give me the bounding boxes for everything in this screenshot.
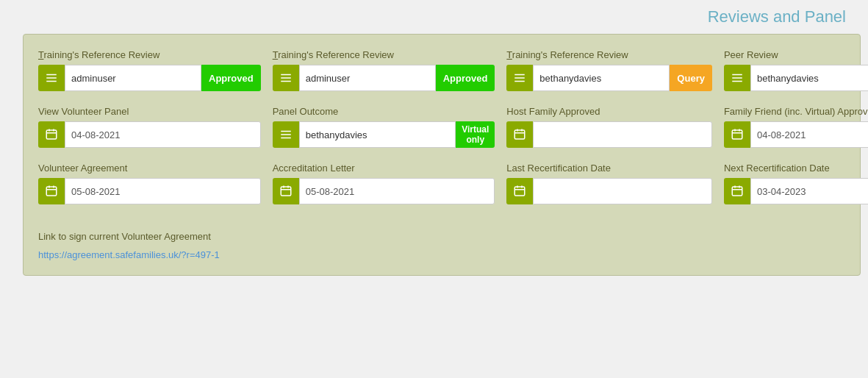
- list-icon: [731, 71, 744, 85]
- peer-review-icon-btn[interactable]: [724, 65, 750, 91]
- calendar-icon: [513, 185, 526, 198]
- svg-rect-2: [46, 81, 57, 82]
- svg-rect-23: [732, 130, 742, 139]
- view-volunteer-panel-input-row: [38, 121, 261, 148]
- training-ref-review-2-status-btn[interactable]: Approved: [436, 65, 495, 91]
- family-friend-approved-label: Family Friend (inc. Virtual) Approved: [724, 106, 868, 117]
- host-family-approved: Host Family Approved: [506, 106, 712, 148]
- family-friend-approved-date-input[interactable]: [750, 121, 868, 148]
- accreditation-letter: Accreditation Letter: [273, 163, 495, 204]
- accreditation-letter-input-row: [273, 178, 495, 204]
- panel-outcome-label: Panel Outcome: [273, 106, 495, 117]
- svg-rect-6: [515, 74, 526, 76]
- svg-rect-35: [515, 187, 526, 196]
- panel-outcome-user-input[interactable]: [299, 121, 456, 148]
- panel-outcome: Panel Outcome Virtualonly: [273, 106, 495, 148]
- volunteer-agreement-link[interactable]: https://agreement.safefamilies.uk/?r=497…: [38, 249, 868, 260]
- svg-rect-16: [281, 131, 291, 132]
- next-recert-date: Next Recertification Date: [724, 163, 868, 204]
- training-ref-review-3-status-btn[interactable]: Query: [670, 65, 712, 91]
- svg-rect-5: [281, 81, 291, 82]
- training-ref-review-2: Training's Reference Review Approved: [273, 49, 495, 91]
- svg-rect-11: [732, 81, 742, 82]
- training-ref-review-1-input-row: Approved: [38, 65, 261, 91]
- training-ref-review-3-user-input[interactable]: [533, 65, 670, 91]
- peer-review-user-input[interactable]: [750, 65, 868, 91]
- panel-outcome-icon-btn[interactable]: [273, 121, 299, 148]
- calendar-icon: [731, 128, 744, 141]
- training-ref-review-1-label: Training's Reference Review: [38, 49, 261, 60]
- family-friend-approved-icon-btn[interactable]: [724, 121, 750, 148]
- svg-rect-31: [281, 187, 291, 196]
- svg-rect-39: [732, 187, 742, 196]
- panel-outcome-input-row: Virtualonly: [273, 121, 495, 148]
- svg-rect-17: [281, 134, 291, 135]
- list-icon: [45, 71, 58, 85]
- host-family-approved-label: Host Family Approved: [506, 106, 712, 117]
- volunteer-agreement-label: Volunteer Agreement: [38, 163, 261, 174]
- family-friend-approved-input-row: [724, 121, 868, 148]
- calendar-icon: [731, 185, 744, 198]
- svg-rect-0: [46, 74, 57, 76]
- volunteer-agreement-date-input[interactable]: [65, 178, 261, 204]
- host-family-approved-icon-btn[interactable]: [506, 121, 533, 148]
- next-recert-date-icon-btn[interactable]: [724, 178, 750, 204]
- volunteer-agreement: Volunteer Agreement: [38, 163, 261, 204]
- training-ref-review-2-user-input[interactable]: [299, 65, 436, 91]
- view-volunteer-panel: View Volunteer Panel: [38, 106, 261, 148]
- last-recert-date-icon-btn[interactable]: [506, 178, 533, 204]
- next-recert-date-input-row: [724, 178, 868, 204]
- view-volunteer-panel-date-input[interactable]: [65, 121, 261, 148]
- training-ref-review-3-label: Training's Reference Review: [506, 49, 712, 60]
- svg-rect-4: [281, 77, 291, 79]
- calendar-icon: [513, 128, 526, 141]
- main-panel: Training's Reference Review Approved Tra…: [23, 34, 861, 276]
- training-ref-review-1-status-btn[interactable]: Approved: [201, 65, 261, 91]
- training-ref-review-2-label: Training's Reference Review: [273, 49, 495, 60]
- training-ref-review-1-icon-btn[interactable]: [38, 65, 65, 91]
- last-recert-date-input-row: [506, 178, 712, 204]
- svg-rect-10: [732, 77, 742, 79]
- view-volunteer-panel-icon-btn[interactable]: [38, 121, 65, 148]
- svg-rect-3: [281, 74, 291, 76]
- svg-rect-7: [515, 77, 526, 79]
- host-family-approved-input-row: [506, 121, 712, 148]
- content-grid: Training's Reference Review Approved Tra…: [38, 49, 845, 260]
- list-icon: [279, 71, 293, 85]
- svg-rect-12: [46, 130, 57, 139]
- accreditation-letter-icon-btn[interactable]: [273, 178, 299, 204]
- svg-rect-8: [515, 81, 526, 82]
- peer-review: Peer Review Approved: [724, 49, 868, 91]
- training-ref-review-2-icon-btn[interactable]: [273, 65, 299, 91]
- svg-rect-18: [281, 138, 291, 139]
- training-ref-review-3-icon-btn[interactable]: [506, 65, 533, 91]
- accreditation-letter-label: Accreditation Letter: [273, 163, 495, 174]
- panel-outcome-status-btn[interactable]: Virtualonly: [456, 121, 495, 148]
- accreditation-letter-date-input[interactable]: [299, 178, 495, 204]
- list-icon: [513, 71, 526, 85]
- last-recert-date: Last Recertification Date: [506, 163, 712, 204]
- training-ref-review-2-input-row: Approved: [273, 65, 495, 91]
- calendar-icon: [45, 185, 58, 198]
- training-ref-review-1: Training's Reference Review Approved: [38, 49, 261, 91]
- svg-rect-9: [732, 74, 742, 76]
- volunteer-agreement-icon-btn[interactable]: [38, 178, 65, 204]
- host-family-approved-date-input[interactable]: [533, 121, 712, 148]
- training-ref-review-1-user-input[interactable]: [65, 65, 201, 91]
- page-title: Reviews and Panel: [708, 7, 861, 26]
- next-recert-date-input[interactable]: [750, 178, 868, 204]
- last-recert-date-input[interactable]: [533, 178, 712, 204]
- training-ref-review-3: Training's Reference Review Query: [506, 49, 712, 91]
- peer-review-label: Peer Review: [724, 49, 868, 60]
- svg-rect-1: [46, 77, 57, 79]
- training-ref-review-3-input-row: Query: [506, 65, 712, 91]
- calendar-icon: [45, 128, 58, 141]
- link-section-label: Link to sign current Volunteer Agreement: [38, 231, 868, 242]
- list-icon: [279, 128, 293, 141]
- svg-rect-27: [46, 187, 57, 196]
- family-friend-approved: Family Friend (inc. Virtual) Approved ↻: [724, 106, 868, 148]
- link-section: Link to sign current Volunteer Agreement…: [38, 231, 868, 260]
- view-volunteer-panel-label: View Volunteer Panel: [38, 106, 261, 117]
- peer-review-input-row: Approved: [724, 65, 868, 91]
- calendar-icon: [279, 185, 293, 198]
